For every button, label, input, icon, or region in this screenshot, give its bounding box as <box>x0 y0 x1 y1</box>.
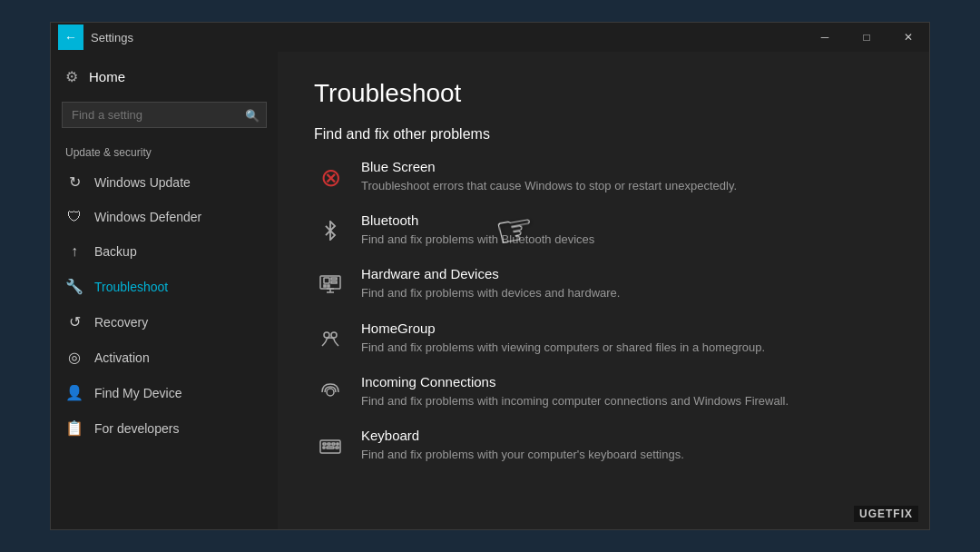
sidebar: ⚙ Home 🔍 Update & security ↻ Windows Upd… <box>51 52 278 529</box>
sidebar-item-troubleshoot[interactable]: 🔧 Troubleshoot <box>51 269 278 304</box>
svg-point-9 <box>324 332 329 338</box>
svg-rect-19 <box>336 447 338 448</box>
trouble-name: Keyboard <box>361 428 684 443</box>
sidebar-item-activation[interactable]: ◎ Activation <box>51 340 278 375</box>
close-button[interactable]: ✕ <box>887 23 929 52</box>
windows-update-icon: ↻ <box>65 173 83 191</box>
search-input[interactable] <box>62 102 267 128</box>
find-my-device-icon: 👤 <box>65 384 83 401</box>
trouble-item-hardware-devices[interactable]: Hardware and Devices Find and fix proble… <box>314 266 893 301</box>
titlebar-controls: ─ □ ✕ <box>804 23 929 52</box>
windows-defender-icon: 🛡 <box>65 209 83 225</box>
blue-screen-icon: ⊗ <box>314 161 347 193</box>
trouble-desc: Troubleshoot errors that cause Windows t… <box>361 178 737 194</box>
home-icon: ⚙ <box>65 68 78 85</box>
hardware-devices-icon <box>314 268 347 301</box>
trouble-text-incoming-connections: Incoming Connections Find and fix proble… <box>361 374 789 409</box>
trouble-item-homegroup[interactable]: HomeGroup Find and fix problems with vie… <box>314 320 893 356</box>
titlebar: ← Settings ─ □ ✕ <box>51 23 929 52</box>
watermark: UGETFIX <box>854 506 918 522</box>
sidebar-item-recovery[interactable]: ↺ Recovery <box>51 304 278 340</box>
trouble-item-bluetooth[interactable]: Bluetooth Find and fix problems with Blu… <box>314 212 893 248</box>
trouble-item-keyboard[interactable]: Keyboard Find and fix problems with your… <box>314 428 893 463</box>
trouble-text-bluetooth: Bluetooth Find and fix problems with Blu… <box>361 212 594 248</box>
svg-rect-16 <box>337 443 338 445</box>
svg-rect-15 <box>332 443 335 445</box>
back-button[interactable]: ← <box>58 25 83 50</box>
svg-rect-3 <box>328 285 329 287</box>
keyboard-icon <box>314 429 347 462</box>
recovery-icon: ↺ <box>65 313 83 330</box>
sidebar-item-for-developers[interactable]: 📋 For developers <box>51 410 278 446</box>
svg-rect-1 <box>324 278 329 283</box>
sidebar-section-label: Update & security <box>51 135 278 164</box>
trouble-text-homegroup: HomeGroup Find and fix problems with vie… <box>361 320 765 356</box>
svg-rect-17 <box>323 447 325 448</box>
trouble-text-blue-screen: Blue Screen Troubleshoot errors that cau… <box>361 159 737 194</box>
svg-rect-2 <box>324 285 326 287</box>
window-title: Settings <box>91 31 133 44</box>
trouble-desc: Find and fix problems with devices and h… <box>361 285 620 301</box>
search-box: 🔍 <box>62 102 267 128</box>
sidebar-item-home[interactable]: ⚙ Home <box>51 59 278 94</box>
sidebar-item-label: Activation <box>94 350 150 365</box>
home-label: Home <box>89 69 125 84</box>
svg-rect-4 <box>331 278 337 280</box>
bluetooth-icon <box>314 214 347 247</box>
main-content: Troubleshoot Find and fix other problems… <box>278 52 929 529</box>
svg-rect-18 <box>327 447 334 448</box>
sidebar-item-backup[interactable]: ↑ Backup <box>51 234 278 269</box>
activation-icon: ◎ <box>65 349 83 366</box>
backup-icon: ↑ <box>65 243 83 260</box>
svg-rect-14 <box>328 443 330 445</box>
trouble-name: Hardware and Devices <box>361 266 620 281</box>
section-title: Find and fix other problems <box>314 126 893 143</box>
svg-rect-5 <box>331 281 337 283</box>
svg-point-11 <box>327 389 334 396</box>
svg-rect-13 <box>323 443 326 445</box>
trouble-desc: Find and fix problems with your computer… <box>361 447 684 463</box>
for-developers-icon: 📋 <box>65 419 83 437</box>
trouble-text-hardware-devices: Hardware and Devices Find and fix proble… <box>361 266 620 301</box>
maximize-button[interactable]: □ <box>846 23 887 52</box>
sidebar-item-label: Find My Device <box>94 386 181 400</box>
minimize-button[interactable]: ─ <box>804 23 846 52</box>
sidebar-item-label: Backup <box>94 244 137 259</box>
page-title: Troubleshoot <box>314 79 893 108</box>
trouble-item-incoming-connections[interactable]: Incoming Connections Find and fix proble… <box>314 374 893 409</box>
trouble-desc: Find and fix problems with incoming comp… <box>361 393 789 409</box>
sidebar-item-find-my-device[interactable]: 👤 Find My Device <box>51 375 278 410</box>
trouble-name: Blue Screen <box>361 159 737 174</box>
trouble-desc: Find and fix problems with viewing compu… <box>361 340 765 356</box>
sidebar-item-windows-defender[interactable]: 🛡 Windows Defender <box>51 200 278 234</box>
titlebar-left: ← Settings <box>58 25 133 50</box>
homegroup-icon <box>314 322 347 355</box>
sidebar-item-windows-update[interactable]: ↻ Windows Update <box>51 164 278 200</box>
sidebar-item-label: Troubleshoot <box>94 280 168 294</box>
trouble-name: Incoming Connections <box>361 374 789 389</box>
trouble-desc: Find and fix problems with Bluetooth dev… <box>361 232 594 248</box>
incoming-connections-icon <box>314 376 347 409</box>
sidebar-item-label: Windows Defender <box>94 210 201 224</box>
svg-point-10 <box>331 332 337 338</box>
sidebar-item-label: Recovery <box>94 315 148 330</box>
settings-window: ← Settings ─ □ ✕ ⚙ Home 🔍 Update & secur… <box>50 22 930 530</box>
search-icon: 🔍 <box>245 108 260 122</box>
trouble-name: Bluetooth <box>361 212 594 228</box>
sidebar-item-label: For developers <box>94 421 179 436</box>
trouble-item-blue-screen[interactable]: ⊗ Blue Screen Troubleshoot errors that c… <box>314 159 893 194</box>
trouble-text-keyboard: Keyboard Find and fix problems with your… <box>361 428 684 463</box>
troubleshoot-icon: 🔧 <box>65 278 83 295</box>
trouble-name: HomeGroup <box>361 320 765 336</box>
content-area: ⚙ Home 🔍 Update & security ↻ Windows Upd… <box>51 52 929 529</box>
sidebar-item-label: Windows Update <box>94 175 191 190</box>
